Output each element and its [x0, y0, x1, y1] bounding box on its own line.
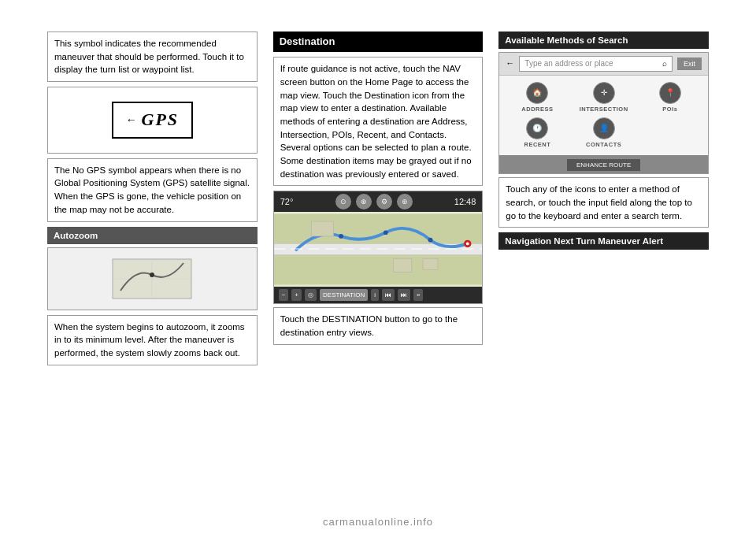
- gps-symbol-area: ← GPS: [47, 87, 258, 154]
- skip-back-btn[interactable]: ⏮: [382, 289, 395, 301]
- map-bottom-bar: − + ◎ DESTINATION i ⏮ ⏭ »: [274, 287, 483, 303]
- available-methods-header: Available Methods of Search: [498, 32, 709, 49]
- map-icon-2: ⊕: [356, 194, 372, 210]
- search-methods-description: Touch any of the icons to enter a method…: [498, 177, 709, 228]
- no-gps-description: The No GPS symbol appears when there is …: [47, 158, 258, 222]
- recent-icon-item[interactable]: 🕐 RECENT: [506, 117, 569, 150]
- map-top-icons: ⊙ ⊕ ⚙ ⊛: [335, 194, 413, 210]
- svg-point-8: [428, 238, 432, 243]
- double-fwd-btn[interactable]: »: [413, 289, 423, 301]
- pois-icon: 📍: [659, 82, 681, 104]
- nav-top-bar: ← Type an address or place ⌕ Exit: [499, 53, 708, 76]
- nav-bottom-bar: ENHANCE ROUTE: [499, 155, 708, 173]
- gps-label: GPS: [142, 108, 180, 132]
- address-icon-item[interactable]: 🏠 ADDRESS: [506, 82, 569, 114]
- map-icon-4: ⊛: [397, 194, 413, 210]
- map-temperature: 72°: [280, 196, 294, 208]
- svg-point-6: [339, 234, 343, 239]
- map-icon-3: ⚙: [376, 194, 392, 210]
- contacts-icon: 👤: [593, 117, 615, 139]
- map-top-bar: 72° ⊙ ⊕ ⚙ ⊛ 12:48: [274, 191, 483, 212]
- autozoom-svg: [105, 251, 199, 306]
- search-icon: ⌕: [662, 58, 667, 69]
- svg-point-7: [384, 231, 388, 235]
- svg-rect-13: [393, 259, 412, 273]
- destination-button-desc: Touch the DESTINATION button to go to th…: [273, 307, 484, 344]
- intersection-label: INTERSECTION: [580, 106, 628, 114]
- no-gps-text: The No GPS symbol appears when there is …: [54, 165, 250, 214]
- column-2: Destination If route guidance is not act…: [265, 32, 491, 487]
- exit-button[interactable]: Exit: [677, 57, 702, 71]
- destination-btn[interactable]: DESTINATION: [320, 289, 368, 301]
- skip-fwd-btn[interactable]: ⏭: [398, 289, 410, 301]
- autozoom-image: [47, 247, 258, 310]
- pois-label: POIs: [662, 106, 677, 114]
- search-placeholder-text: Type an address or place: [524, 58, 613, 69]
- nav-search-box[interactable]: Type an address or place ⌕: [519, 56, 673, 72]
- symbol-description: This symbol indicates the recommended ma…: [47, 32, 258, 82]
- contacts-icon-item[interactable]: 👤 CONTACTS: [573, 117, 636, 150]
- intersection-icon-item[interactable]: ✛ INTERSECTION: [573, 82, 636, 114]
- column-1: This symbol indicates the recommended ma…: [47, 32, 265, 487]
- autozoom-description: When the system begins to autozoom, it z…: [47, 315, 258, 365]
- enhance-route-button[interactable]: ENHANCE ROUTE: [567, 159, 640, 171]
- recent-icon: 🕐: [526, 117, 548, 139]
- intersection-icon: ✛: [593, 82, 615, 104]
- svg-point-3: [150, 273, 154, 277]
- destination-description: If route guidance is not active, touch t…: [273, 57, 484, 186]
- nav-icons-grid: 🏠 ADDRESS ✛ INTERSECTION 📍 POIs 🕐: [499, 76, 708, 155]
- svg-rect-12: [311, 221, 333, 236]
- nav-search-image: ← Type an address or place ⌕ Exit 🏠 ADDR…: [498, 52, 709, 174]
- location-btn[interactable]: ◎: [305, 289, 317, 301]
- address-icon: 🏠: [526, 82, 548, 104]
- map-image-area: 72° ⊙ ⊕ ⚙ ⊛ 12:48: [273, 191, 484, 304]
- destination-text: If route guidance is not active, touch t…: [280, 64, 472, 178]
- nav-alert-header: Navigation Next Turn Maneuver Alert: [498, 232, 709, 250]
- svg-rect-14: [423, 259, 438, 270]
- contacts-label: CONTACTS: [586, 141, 621, 150]
- plus-btn[interactable]: +: [291, 289, 302, 301]
- destination-button-text: Touch the DESTINATION button to go to th…: [280, 314, 458, 337]
- symbol-text: This symbol indicates the recommended ma…: [54, 39, 244, 74]
- destination-header: Destination: [273, 32, 484, 52]
- autozoom-text: When the system begins to autozoom, it z…: [54, 322, 245, 358]
- minus-btn[interactable]: −: [279, 289, 289, 301]
- map-svg: [274, 212, 483, 287]
- svg-point-10: [466, 243, 469, 246]
- map-time: 12:48: [454, 196, 476, 208]
- address-label: ADDRESS: [521, 106, 553, 114]
- back-arrow-icon: ←: [506, 57, 514, 69]
- recent-label: RECENT: [524, 141, 551, 150]
- info-btn[interactable]: i: [371, 289, 379, 301]
- watermark: carmanualonline.info: [323, 516, 433, 528]
- gps-arrow-icon: ←: [126, 113, 139, 128]
- autozoom-header: Autozoom: [47, 227, 258, 244]
- search-methods-text: Touch any of the icons to enter a method…: [506, 184, 692, 220]
- pois-icon-item[interactable]: 📍 POIs: [639, 82, 702, 114]
- gps-icon-box: ← GPS: [112, 102, 194, 139]
- map-icon-1: ⊙: [335, 194, 351, 210]
- column-3: Available Methods of Search ← Type an ad…: [491, 32, 709, 487]
- map-svg-container: [274, 212, 483, 287]
- page: This symbol indicates the recommended ma…: [0, 0, 756, 534]
